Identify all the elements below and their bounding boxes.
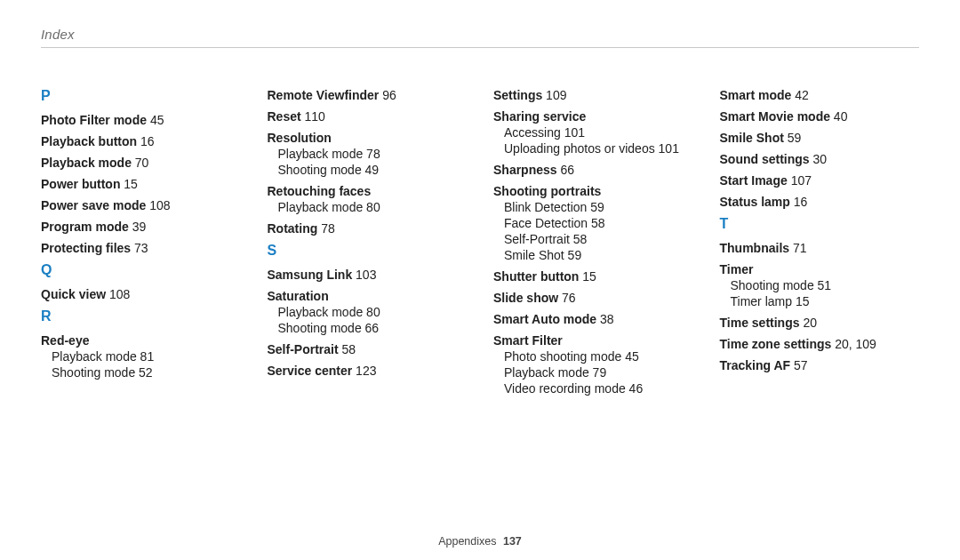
index-topic: Playback button [41, 134, 137, 148]
index-topic: Retouching faces [268, 184, 372, 198]
index-column: Settings 109Sharing serviceAccessing 101… [493, 89, 693, 404]
index-topic: Power save mode [41, 198, 146, 212]
index-page-ref: 45 [621, 349, 638, 364]
index-subentry-label: Shooting mode [52, 365, 135, 380]
index-page-ref: 16 [790, 195, 807, 209]
index-topic: Slide show [493, 291, 558, 305]
index-page-ref: 58 [339, 342, 356, 356]
index-letter-heading: Q [41, 263, 241, 277]
index-page-ref: 59 [564, 248, 581, 262]
index-page-ref: 70 [132, 156, 148, 170]
index-page-ref: 79 [589, 365, 606, 380]
index-entry: Red-eyePlayback mode 81Shooting mode 52 [41, 334, 241, 379]
index-entry: Power button 15 [41, 178, 241, 190]
index-topic: Playback mode [41, 156, 132, 170]
index-entry: Sharpness 66 [493, 164, 693, 176]
index-subentry-label: Playback mode [278, 147, 364, 161]
index-subentry: Accessing 101 [504, 126, 693, 139]
index-entry: Rotating 78 [268, 222, 468, 235]
index-page-ref: 123 [352, 364, 376, 378]
index-page-ref: 71 [789, 241, 806, 255]
index-subentry-label: Video recording mode [504, 381, 626, 396]
index-subentry: Playback mode 78 [278, 148, 468, 160]
index-entry: Shutter button 15 [493, 270, 693, 283]
index-topic: Quick view [41, 287, 106, 301]
index-topic: Settings [493, 88, 542, 102]
index-topic: Start Image [720, 173, 788, 188]
index-page-ref: 96 [379, 88, 396, 102]
index-subentry: Playback mode 80 [278, 306, 468, 318]
index-subentry: Photo shooting mode 45 [504, 350, 693, 363]
index-subentry-label: Smile Shot [504, 248, 564, 262]
index-entry: Start Image 107 [720, 174, 920, 187]
index-entry: Playback mode 70 [41, 156, 241, 169]
index-subentry-label: Playback mode [278, 200, 364, 214]
index-subentry: Playback mode 80 [278, 201, 468, 213]
index-entry: Settings 109 [493, 89, 693, 101]
index-subentry: Shooting mode 49 [278, 164, 468, 176]
index-page-ref: 58 [588, 216, 604, 230]
index-topic: Protecting files [41, 241, 131, 255]
index-page-ref: 109 [542, 88, 566, 102]
index-entry: Reset 110 [268, 110, 468, 123]
index-subentry: Blink Detection 59 [504, 201, 693, 213]
index-entry: Remote Viewfinder 96 [268, 89, 468, 101]
index-topic: Time settings [720, 316, 800, 330]
index-entry: Status lamp 16 [720, 196, 920, 208]
index-topic: Smart Auto mode [493, 312, 596, 326]
index-subentry-label: Playback mode [504, 365, 589, 380]
index-entry: SaturationPlayback mode 80Shooting mode … [268, 290, 468, 334]
index-page-ref: 103 [352, 268, 376, 282]
index-topic: Shooting portraits [493, 184, 601, 198]
page-footer: Appendixes 137 [0, 535, 960, 548]
index-topic: Self-Portrait [268, 342, 339, 356]
index-entry: Time settings 20 [720, 316, 920, 329]
index-page-ref: 108 [146, 198, 170, 212]
index-entry: Service center 123 [268, 364, 468, 377]
index-page-ref: 66 [362, 321, 379, 335]
index-entry: Smart FilterPhoto shooting mode 45Playba… [493, 334, 693, 395]
index-topic: Timer [720, 262, 754, 276]
index-page-ref: 46 [626, 381, 643, 396]
index-column: Smart mode 42Smart Movie mode 40Smile Sh… [720, 89, 920, 404]
index-page-ref: 42 [791, 88, 808, 102]
index-entry: Samsung Link 103 [268, 268, 468, 281]
index-page-ref: 73 [131, 241, 148, 255]
index-columns: PPhoto Filter mode 45Playback button 16P… [41, 89, 919, 404]
index-page-ref: 76 [558, 291, 575, 305]
index-topic: Thumbnails [720, 241, 790, 255]
index-subentry: Timer lamp 15 [731, 295, 920, 308]
index-topic: Service center [268, 364, 353, 378]
index-topic: Remote Viewfinder [268, 88, 380, 102]
index-page-ref: 38 [596, 312, 613, 326]
index-subentry: Playback mode 81 [52, 350, 241, 363]
index-page-ref: 101 [655, 141, 679, 156]
index-topic: Smile Shot [720, 131, 784, 145]
index-topic: Sharpness [493, 163, 557, 177]
index-subentry: Self-Portrait 58 [504, 233, 693, 245]
index-page-ref: 108 [106, 287, 130, 301]
index-entry: TimerShooting mode 51Timer lamp 15 [720, 263, 920, 308]
index-entry: Smile Shot 59 [720, 132, 920, 144]
index-entry: Slide show 76 [493, 292, 693, 304]
index-entry: Photo Filter mode 45 [41, 114, 241, 126]
index-topic: Resolution [268, 131, 332, 145]
index-page-ref: 81 [137, 349, 154, 364]
index-entry: Sharing serviceAccessing 101Uploading ph… [493, 110, 693, 155]
index-page-ref: 30 [810, 152, 827, 166]
index-entry: Smart Auto mode 38 [493, 313, 693, 325]
index-page-ref: 52 [135, 365, 152, 380]
index-subentry-label: Timer lamp [731, 294, 793, 308]
index-subentry-label: Blink Detection [504, 200, 587, 214]
index-page-ref: 78 [317, 221, 334, 236]
index-subentry-label: Shooting mode [731, 278, 814, 292]
index-subentry: Shooting mode 52 [52, 366, 241, 379]
index-topic: Shutter button [493, 269, 579, 284]
index-topic: Red-eye [41, 333, 89, 348]
index-page-ref: 49 [362, 163, 379, 177]
index-letter-heading: P [41, 89, 241, 103]
index-page-ref: 20, 109 [831, 337, 876, 351]
index-topic: Program mode [41, 220, 129, 234]
index-subentry-label: Playback mode [278, 305, 364, 319]
index-subentry: Video recording mode 46 [504, 382, 693, 395]
